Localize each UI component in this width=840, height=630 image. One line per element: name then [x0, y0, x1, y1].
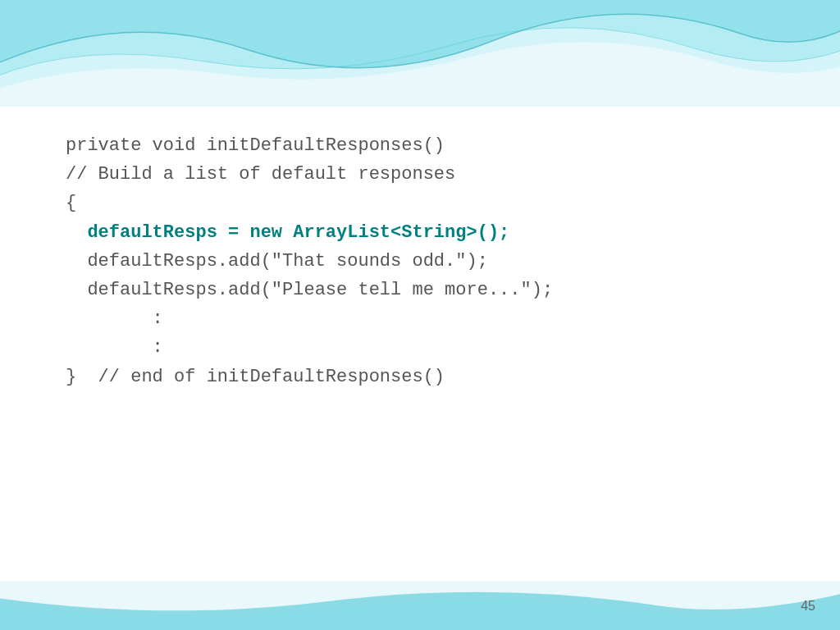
page-number: 45 — [801, 599, 815, 614]
wave-header — [0, 0, 840, 107]
wave-footer — [0, 581, 840, 630]
code-line-6: defaultResps.add("That sounds odd."); — [66, 247, 791, 276]
code-line-10: } // end of initDefaultResponses() — [66, 363, 791, 391]
code-line-2: // Build a list of default responses — [66, 160, 791, 189]
code-line-7: defaultResps.add("Please tell me more...… — [66, 276, 791, 304]
code-line-3: { — [66, 189, 791, 217]
code-line-8: : — [66, 304, 791, 333]
code-line-9: : — [66, 333, 791, 362]
code-line-1: private void initDefaultResponses() — [66, 131, 791, 160]
slide: private void initDefaultResponses() // B… — [0, 0, 840, 630]
code-line-4: defaultResps = new ArrayList<String>(); — [66, 218, 791, 247]
code-area: private void initDefaultResponses() // B… — [66, 131, 791, 391]
